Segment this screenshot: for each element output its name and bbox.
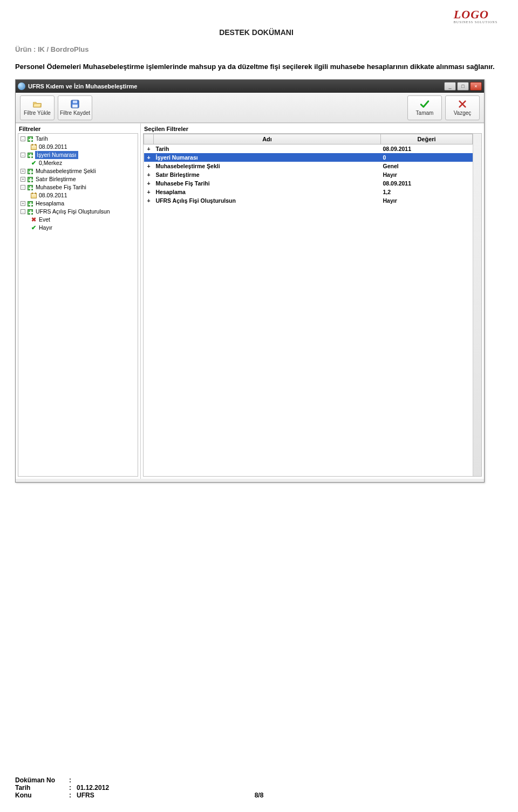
colon: : <box>69 784 77 792</box>
filters-pane-title: Filtreler <box>16 123 140 133</box>
filter-load-label: Filtre Yükle <box>24 110 51 116</box>
window-title: UFRS Kıdem ve İzin Muhasebeleştirme <box>28 83 443 90</box>
tree-node-isyeri-value[interactable]: ✔ 0,Merkez <box>29 159 137 167</box>
tree-node-tarih-value[interactable]: 08.09.2011 <box>29 143 137 151</box>
table-row[interactable]: +Tarih08.09.2011 <box>144 144 473 153</box>
grid-header-value[interactable]: Değeri <box>381 134 473 144</box>
app-icon <box>18 82 25 90</box>
row-expand-icon[interactable]: + <box>144 153 154 162</box>
filter-load-button[interactable]: Filtre Yükle <box>20 95 54 120</box>
row-name: İşyeri Numarası <box>154 153 381 162</box>
tree-label: UFRS Açılış Fişi Oluşturulsun <box>35 208 111 216</box>
toggle-icon[interactable]: - <box>21 153 25 157</box>
titlebar[interactable]: UFRS Kıdem ve İzin Muhasebeleştirme _ □ … <box>16 80 484 93</box>
tree-label: Hayır <box>38 224 53 232</box>
tree-node-muh-sekli[interactable]: + Muhasebeleştirme Şekli <box>19 167 137 175</box>
footer-konu-k: Konu <box>15 792 69 799</box>
tree-label: 08.09.2011 <box>38 143 68 151</box>
check-small-icon: ✔ <box>30 225 37 231</box>
footer-tarih-k: Tarih <box>15 784 69 792</box>
table-row[interactable]: +Hesaplama1,2 <box>144 188 473 196</box>
footer-konu-v: UFRS <box>77 792 94 799</box>
add-icon <box>27 209 33 215</box>
grid-header-expand[interactable] <box>144 134 154 144</box>
row-name: Hesaplama <box>154 188 381 196</box>
content-area: Filtreler - Tarih 08.09.2011 <box>16 123 484 479</box>
selected-filters-title: Seçilen Filtreler <box>141 123 484 133</box>
tree-node-isyeri[interactable]: - İşyeri Numarası <box>19 151 137 159</box>
row-name: Tarih <box>154 144 381 153</box>
tree-label: Tarih <box>35 135 49 143</box>
tree-node-fis-tarihi-value[interactable]: 08.09.2011 <box>29 191 137 199</box>
colon: : <box>69 776 77 784</box>
table-row[interactable]: +İşyeri Numarası0 <box>144 153 473 162</box>
row-expand-icon[interactable]: + <box>144 162 154 170</box>
close-button[interactable]: × <box>470 82 482 91</box>
tree-label: 0,Merkez <box>38 159 63 167</box>
calendar-icon <box>30 192 37 199</box>
toggle-icon[interactable]: + <box>21 201 25 206</box>
product-sep: : <box>33 45 38 53</box>
tree-node-fis-tarihi[interactable]: - Muhasebe Fiş Tarihi <box>19 183 137 191</box>
tree-node-ufrs-hayir[interactable]: ✔ Hayır <box>29 224 137 232</box>
ok-button[interactable]: Tamam <box>407 95 442 120</box>
tree-label: Evet <box>38 216 51 224</box>
toggle-icon[interactable]: - <box>21 209 25 214</box>
row-value: Genel <box>381 162 473 170</box>
row-expand-icon[interactable]: + <box>144 196 154 205</box>
selected-filters-grid[interactable]: Adı Değeri +Tarih08.09.2011+İşyeri Numar… <box>143 133 482 477</box>
ok-label: Tamam <box>416 110 434 116</box>
tree-label: Satır Birleştirme <box>35 175 77 183</box>
toggle-icon[interactable]: - <box>21 185 25 190</box>
add-icon <box>27 136 33 142</box>
close-icon: × <box>474 84 477 89</box>
row-name: Muhasebeleştirme Şekli <box>154 162 381 170</box>
app-window: UFRS Kıdem ve İzin Muhasebeleştirme _ □ … <box>15 79 485 483</box>
brand-logo-text: LOGO <box>454 8 489 21</box>
document-header: DESTEK DOKÜMANI <box>15 28 497 37</box>
table-row[interactable]: +Muhasebe Fiş Tarihi08.09.2011 <box>144 179 473 188</box>
minimize-button[interactable]: _ <box>444 82 456 91</box>
svg-rect-2 <box>72 105 78 108</box>
brand-logo: LOGO BUSINESS SOLUTIONS <box>454 9 497 24</box>
filter-save-button[interactable]: Filtre Kaydet <box>58 95 92 120</box>
row-expand-icon[interactable]: + <box>144 170 154 179</box>
tree-node-ufrs-evet[interactable]: ✖ Evet <box>29 216 137 224</box>
toggle-icon[interactable]: - <box>21 136 25 141</box>
table-row[interactable]: +Satır BirleştirmeHayır <box>144 170 473 179</box>
tree-node-satir-birlestirme[interactable]: + Satır Birleştirme <box>19 175 137 183</box>
filter-save-label: Filtre Kaydet <box>60 110 90 116</box>
row-name: UFRS Açılış Fişi Oluşturulsun <box>154 196 381 205</box>
cancel-label: Vazgeç <box>454 110 472 116</box>
add-icon <box>27 184 33 191</box>
tree-label: Muhasebeleştirme Şekli <box>35 167 96 175</box>
tree-node-hesaplama[interactable]: + Hesaplama <box>19 199 137 208</box>
row-expand-icon[interactable]: + <box>144 179 154 188</box>
tree-label: İşyeri Numarası <box>35 151 78 159</box>
toggle-icon[interactable]: + <box>21 177 25 182</box>
tree-label: 08.09.2011 <box>38 191 68 199</box>
product-line: Ürün : IK / BordroPlus <box>15 45 497 53</box>
row-value: 1,2 <box>381 188 473 196</box>
save-icon <box>70 99 80 109</box>
vertical-scrollbar[interactable] <box>473 134 481 476</box>
tree-node-ufrs-acilis[interactable]: - UFRS Açılış Fişi Oluşturulsun <box>19 208 137 216</box>
add-icon <box>27 176 33 183</box>
folder-open-icon <box>32 99 43 109</box>
row-expand-icon[interactable]: + <box>144 144 154 153</box>
cancel-button[interactable]: Vazgeç <box>445 95 480 120</box>
product-value: IK / BordroPlus <box>38 45 89 53</box>
toggle-icon[interactable]: + <box>21 169 25 174</box>
row-value: 0 <box>381 153 473 162</box>
filter-tree[interactable]: - Tarih 08.09.2011 - <box>18 133 138 477</box>
row-value: 08.09.2011 <box>381 144 473 153</box>
selected-filters-pane: Seçilen Filtreler Adı Değeri <box>141 123 484 479</box>
table-row[interactable]: +UFRS Açılış Fişi OluşturulsunHayır <box>144 196 473 205</box>
tree-node-tarih[interactable]: - Tarih <box>19 135 137 143</box>
tree-label: Muhasebe Fiş Tarihi <box>35 183 87 191</box>
maximize-button[interactable]: □ <box>457 82 469 91</box>
table-row[interactable]: +Muhasebeleştirme ŞekliGenel <box>144 162 473 170</box>
product-label: Ürün <box>15 45 31 53</box>
grid-header-name[interactable]: Adı <box>154 134 381 144</box>
row-expand-icon[interactable]: + <box>144 188 154 196</box>
